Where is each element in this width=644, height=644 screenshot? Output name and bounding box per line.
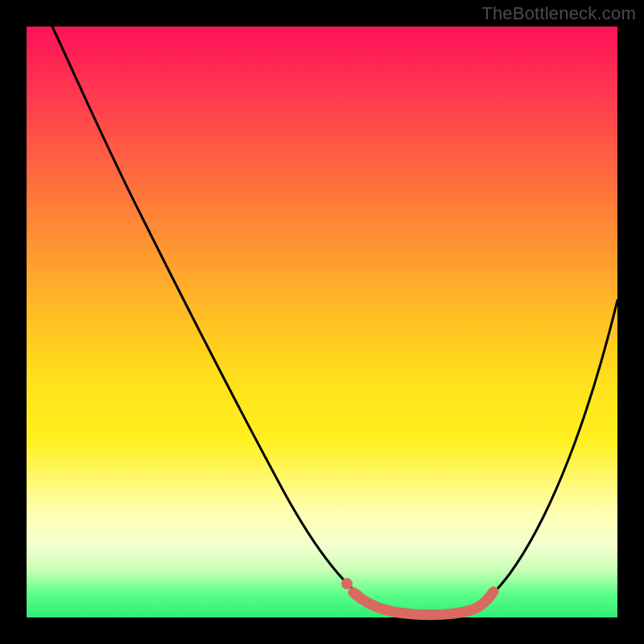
left-curve — [52, 27, 440, 615]
chart-frame: TheBottleneck.com — [0, 0, 644, 644]
highlight-dot-1 — [341, 578, 353, 589]
curve-layer — [27, 27, 617, 617]
watermark-text: TheBottleneck.com — [481, 3, 636, 24]
highlight-flat-segment — [353, 592, 493, 615]
right-curve — [440, 300, 617, 615]
highlight-dot-2 — [351, 589, 362, 601]
